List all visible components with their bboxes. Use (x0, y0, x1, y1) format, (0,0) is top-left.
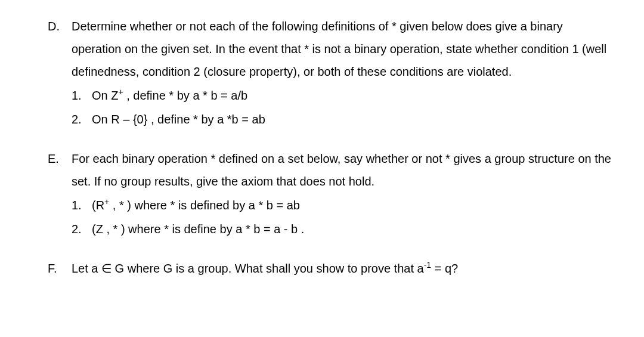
problem-d-marker: D. (48, 15, 72, 131)
problem-d-item-2-text: On R – {0} , define * by a *b = ab (92, 108, 614, 131)
problem-d-body: Determine whether or not each of the fol… (72, 15, 614, 131)
superscript: + (118, 87, 123, 97)
text-fragment: , * ) where * is defined by a * b = ab (109, 199, 300, 212)
problem-f: F. Let a ∈ G where G is a group. What sh… (48, 257, 614, 280)
problem-d-item-1-text: On Z+ , define * by a * b = a/b (92, 84, 614, 107)
problem-e-marker: E. (48, 147, 72, 240)
problem-e: E. For each binary operation * defined o… (48, 147, 614, 240)
problem-d-item-1-marker: 1. (72, 84, 92, 107)
problem-e-item-1-text: (R+ , * ) where * is defined by a * b = … (92, 194, 614, 217)
problem-f-text: Let a ∈ G where G is a group. What shall… (72, 262, 458, 275)
problem-e-item-2: 2. (Z , * ) where * is define by a * b =… (72, 218, 614, 240)
problem-e-item-1: 1. (R+ , * ) where * is defined by a * b… (72, 194, 614, 217)
problem-f-marker: F. (48, 257, 72, 280)
problem-d-item-2: 2. On R – {0} , define * by a *b = ab (72, 108, 614, 131)
text-fragment: , define * by a * b = a/b (123, 89, 247, 102)
problem-e-item-1-marker: 1. (72, 194, 92, 217)
problem-e-intro: For each binary operation * defined on a… (72, 147, 614, 193)
problem-e-item-2-marker: 2. (72, 218, 92, 240)
text-fragment: On Z (92, 89, 118, 102)
text-fragment: G where G is a group. What shall you sho… (112, 262, 424, 275)
text-fragment: Let a (72, 262, 101, 275)
problem-d: D. Determine whether or not each of the … (48, 15, 614, 131)
problem-e-body: For each binary operation * defined on a… (72, 147, 614, 240)
superscript: -1 (424, 260, 431, 270)
text-fragment: (R (92, 199, 104, 212)
problem-d-intro: Determine whether or not each of the fol… (72, 15, 614, 83)
problem-d-item-2-marker: 2. (72, 108, 92, 131)
text-fragment: = q? (431, 262, 458, 275)
element-of-symbol: ∈ (101, 262, 112, 275)
problem-e-item-2-text: (Z , * ) where * is define by a * b = a … (92, 218, 614, 240)
problem-d-item-1: 1. On Z+ , define * by a * b = a/b (72, 84, 614, 107)
problem-f-body: Let a ∈ G where G is a group. What shall… (72, 257, 614, 280)
